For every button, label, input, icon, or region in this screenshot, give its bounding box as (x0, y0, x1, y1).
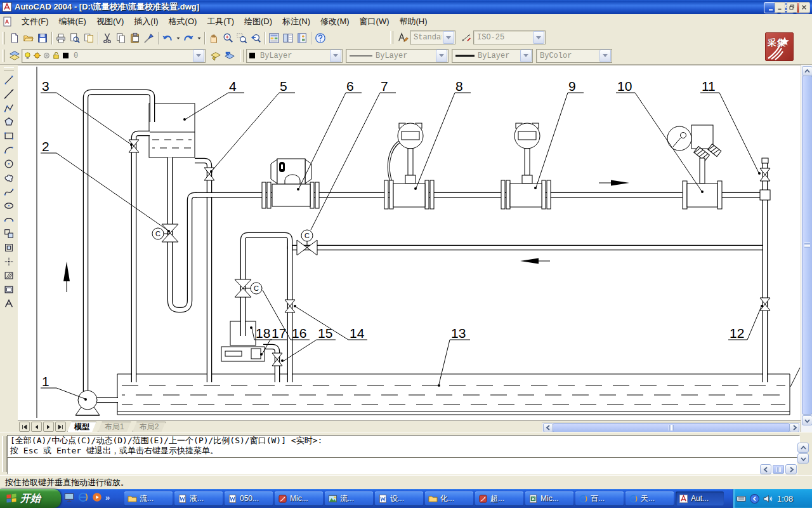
media-player-icon[interactable] (91, 491, 103, 503)
horizontal-scroll-thumb[interactable] (553, 423, 790, 432)
plot-preview-icon[interactable] (68, 31, 82, 45)
scroll-up-icon[interactable] (802, 66, 812, 76)
menu-insert[interactable]: 插入(I) (129, 14, 163, 29)
language-tray-icon[interactable] (749, 493, 760, 504)
toolbar-grip[interactable] (390, 31, 393, 44)
separator[interactable] (156, 31, 160, 45)
volume-tray-icon[interactable] (763, 493, 773, 504)
scroll-left-icon[interactable] (760, 464, 771, 474)
plot-icon[interactable] (54, 31, 68, 45)
task-button-excel[interactable]: Mic... (525, 491, 573, 505)
task-button-ie-1[interactable]: 百... (575, 491, 624, 505)
make-object-layer-current-icon[interactable] (209, 49, 223, 63)
last-tab-icon[interactable] (55, 422, 66, 432)
pan-icon[interactable] (207, 31, 221, 45)
toolbar-grip[interactable] (240, 50, 244, 62)
revision-cloud-icon[interactable] (2, 171, 16, 185)
chevron-down-icon[interactable] (599, 50, 611, 62)
chevron-down-icon[interactable] (443, 31, 454, 44)
polyline-icon[interactable] (2, 101, 16, 115)
menu-file[interactable]: 文件(F) (16, 14, 54, 29)
hatch-icon[interactable] (2, 269, 16, 283)
command-scrollbar[interactable] (797, 443, 809, 464)
scroll-down-icon[interactable] (797, 453, 809, 464)
publish-icon[interactable] (82, 31, 96, 45)
horizontal-scroll-thumb[interactable] (773, 465, 784, 474)
plot-style-combo[interactable]: ByColor (536, 49, 612, 63)
zoom-window-icon[interactable] (235, 31, 249, 45)
rectangle-icon[interactable] (2, 129, 16, 143)
prev-tab-icon[interactable] (31, 422, 42, 432)
redo-icon[interactable] (181, 31, 195, 45)
text-style-icon[interactable] (396, 30, 410, 44)
task-button-ssreader[interactable]: 超... (475, 491, 523, 505)
vertical-scroll-thumb[interactable] (802, 76, 812, 415)
line-icon[interactable] (2, 73, 16, 87)
canvas-vertical-scrollbar[interactable] (801, 65, 812, 432)
properties-icon[interactable] (267, 31, 281, 45)
task-button-word-3[interactable]: 设... (375, 491, 423, 505)
chevron-down-icon[interactable] (330, 50, 341, 62)
task-button-folder-1[interactable]: 流... (124, 491, 173, 505)
keyboard-tray-icon[interactable] (736, 493, 747, 504)
redo-dropdown-icon[interactable] (195, 31, 202, 45)
scroll-right-icon[interactable] (785, 464, 797, 474)
doc-restore-button[interactable] (787, 2, 797, 13)
show-desktop-icon[interactable] (63, 491, 75, 503)
drawing-canvas[interactable]: .ln{stroke:#000;stroke-width:1;fill:none… (18, 65, 801, 421)
layer-combo[interactable]: 0 (22, 49, 206, 63)
toolbar-grip[interactable] (2, 32, 5, 44)
first-tab-icon[interactable] (19, 422, 30, 432)
task-button-folder-2[interactable]: 化... (425, 491, 473, 505)
scroll-up-icon[interactable] (797, 443, 809, 453)
separator[interactable] (49, 31, 54, 45)
insert-block-icon[interactable] (2, 227, 16, 241)
task-button-word-1[interactable]: 液... (174, 491, 223, 505)
command-history[interactable]: [全部(A)/中心点(C)/动态(D)/范围(E)/上一个(P)/比例(S)/窗… (7, 435, 800, 457)
save-icon[interactable] (36, 31, 49, 45)
dim-style-icon[interactable] (459, 30, 473, 44)
polygon-icon[interactable] (2, 115, 16, 129)
undo-dropdown-icon[interactable] (174, 31, 181, 45)
chevron-down-icon[interactable] (533, 31, 544, 44)
separator[interactable] (263, 31, 267, 45)
tab-model[interactable]: 模型 (67, 422, 96, 432)
undo-icon[interactable] (160, 31, 174, 45)
dim-style-combo[interactable]: ISO-25 (473, 30, 546, 44)
menu-draw[interactable]: 绘图(D) (239, 14, 277, 29)
tool-palettes-icon[interactable] (295, 31, 309, 45)
internet-explorer-icon[interactable] (77, 491, 89, 503)
menu-dimension[interactable]: 标注(N) (277, 14, 315, 29)
linetype-combo[interactable]: ByLayer (346, 49, 449, 63)
tab-layout1[interactable]: 布局1 (98, 422, 131, 432)
spline-icon[interactable] (2, 185, 16, 199)
ellipse-icon[interactable] (2, 199, 16, 213)
circle-icon[interactable] (2, 157, 16, 171)
match-properties-icon[interactable] (142, 31, 156, 45)
layers-dialog-icon[interactable] (8, 49, 22, 63)
task-button-image[interactable]: 流... (325, 491, 373, 505)
multiline-text-icon[interactable] (2, 297, 16, 311)
open-file-icon[interactable] (22, 31, 36, 45)
copy-icon[interactable] (114, 31, 128, 45)
command-input[interactable] (7, 457, 797, 474)
task-button-word-2[interactable]: 050... (225, 491, 273, 505)
layer-previous-icon[interactable] (223, 49, 237, 63)
menu-format[interactable]: 格式(O) (164, 14, 202, 29)
menu-view[interactable]: 视图(V) (91, 14, 129, 29)
zoom-previous-icon[interactable] (249, 31, 263, 45)
doc-close-button[interactable] (799, 2, 809, 13)
task-button-autocad[interactable]: Aut... (676, 491, 724, 505)
help-icon[interactable] (313, 31, 327, 45)
separator[interactable] (309, 31, 313, 45)
lineweight-combo[interactable]: ByLayer (452, 49, 533, 63)
arc-icon[interactable] (2, 143, 16, 157)
caiji-overlay-logo[interactable]: 采集 (765, 32, 794, 61)
next-tab-icon[interactable] (43, 422, 54, 432)
menu-modify[interactable]: 修改(M) (315, 14, 355, 29)
doc-minimize-button[interactable] (775, 2, 785, 13)
chevron-down-icon[interactable] (520, 50, 532, 62)
menu-edit[interactable]: 编辑(E) (54, 14, 91, 29)
design-center-icon[interactable] (281, 31, 295, 45)
tab-layout2[interactable]: 布局2 (133, 422, 166, 432)
